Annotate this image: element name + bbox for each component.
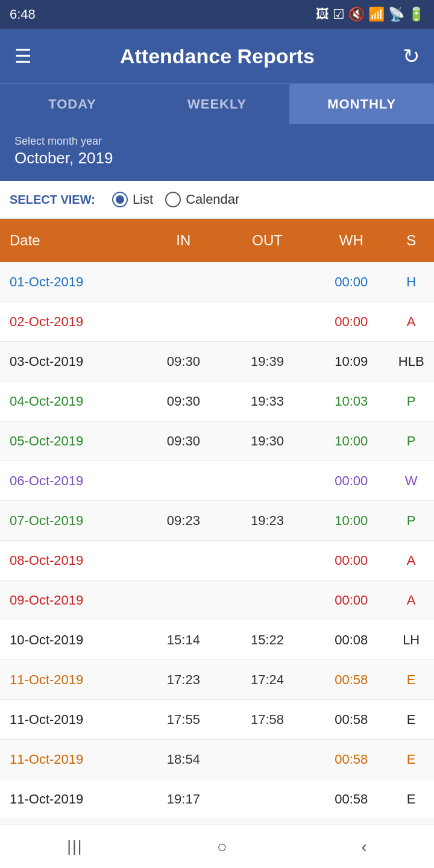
tabs-bar: TODAY WEEKLY MONTHLY: [0, 83, 434, 124]
cell-s: E: [393, 712, 434, 728]
tab-weekly[interactable]: WEEKLY: [145, 84, 289, 124]
cell-wh: 00:58: [309, 791, 393, 807]
cell-s: W: [393, 473, 434, 489]
cell-wh: 00:00: [309, 314, 393, 330]
cell-s: HLB: [393, 354, 434, 370]
cell-out: 19:23: [225, 513, 309, 529]
cell-in: 09:30: [142, 394, 225, 409]
table-row: 07-Oct-2019 09:23 19:23 10:00 P: [0, 501, 434, 541]
cell-wh: 00:00: [309, 553, 393, 568]
signal-icon: 📡: [388, 7, 404, 22]
cell-in: 17:55: [142, 712, 225, 728]
cell-s: E: [393, 752, 434, 767]
table-row: 11-Oct-2019 17:23 17:24 00:58 E: [0, 660, 434, 700]
cell-date: 11-Oct-2019: [0, 712, 142, 728]
cell-s: P: [393, 513, 434, 529]
cell-s: H: [393, 274, 434, 290]
table-row: 11-Oct-2019 18:54 00:58 E: [0, 740, 434, 779]
cell-wh: 00:00: [309, 274, 393, 290]
battery-icon: 🔋: [408, 7, 424, 22]
cell-wh: 10:03: [309, 394, 393, 409]
cell-s: A: [393, 593, 434, 608]
cell-date: 05-Oct-2019: [0, 433, 142, 449]
cell-date: 11-Oct-2019: [0, 752, 142, 767]
view-selector-label: SELECT VIEW:: [10, 193, 95, 207]
cell-date: 07-Oct-2019: [0, 513, 142, 529]
month-selector[interactable]: Select month year October, 2019: [0, 124, 434, 181]
col-header-wh: WH: [309, 232, 393, 249]
status-bar: 6:48 🖼 ☑ 🔇 📶 📡 🔋: [0, 0, 434, 29]
cell-out: 19:30: [225, 433, 309, 449]
table-row: 11-Oct-2019 17:55 17:58 00:58 E: [0, 700, 434, 740]
back-icon[interactable]: ‹: [361, 837, 366, 857]
cell-date: 10-Oct-2019: [0, 632, 142, 648]
table-row: 09-Oct-2019 00:00 A: [0, 580, 434, 620]
cell-date: 01-Oct-2019: [0, 274, 142, 290]
table-row: 04-Oct-2019 09:30 19:33 10:03 P: [0, 382, 434, 421]
table-row: 01-Oct-2019 00:00 H: [0, 262, 434, 302]
cell-in: 17:23: [142, 672, 225, 688]
tab-monthly[interactable]: MONTHLY: [289, 84, 434, 124]
cell-in: 09:23: [142, 513, 225, 529]
cell-s: P: [393, 394, 434, 409]
month-selector-label: Select month year: [14, 135, 420, 148]
cell-date: 06-Oct-2019: [0, 473, 142, 489]
list-label: List: [133, 192, 153, 207]
col-header-in: IN: [142, 232, 225, 249]
app-bar: ☰ Attendance Reports ↻: [0, 29, 434, 83]
list-view-option[interactable]: List: [112, 192, 153, 207]
attendance-table: Date IN OUT WH S 01-Oct-2019 00:00 H 02-…: [0, 219, 434, 868]
cell-in: 09:30: [142, 433, 225, 449]
calendar-radio[interactable]: [165, 192, 181, 207]
refresh-icon[interactable]: ↻: [403, 44, 420, 68]
cell-wh: 10:00: [309, 513, 393, 529]
list-radio[interactable]: [112, 192, 128, 207]
table-row: 03-Oct-2019 09:30 19:39 10:09 HLB: [0, 342, 434, 382]
cell-s: A: [393, 314, 434, 330]
cell-wh: 10:00: [309, 433, 393, 449]
cell-wh: 00:00: [309, 593, 393, 608]
wifi-icon: 📶: [368, 7, 385, 22]
status-icons: 🖼 ☑ 🔇 📶 📡 🔋: [316, 7, 424, 22]
mute-icon: 🔇: [348, 7, 365, 22]
cell-s: A: [393, 553, 434, 568]
bottom-nav: ||| ○ ‹: [0, 825, 434, 868]
cell-wh: 00:58: [309, 672, 393, 688]
table-row: 02-Oct-2019 00:00 A: [0, 302, 434, 342]
check-icon: ☑: [333, 7, 345, 22]
cell-date: 11-Oct-2019: [0, 672, 142, 688]
cell-in: 19:17: [142, 791, 225, 807]
app-title: Attendance Reports: [32, 45, 403, 68]
cell-date: 11-Oct-2019: [0, 791, 142, 807]
cell-date: 02-Oct-2019: [0, 314, 142, 330]
home-nav-icon[interactable]: ○: [217, 837, 227, 857]
view-selector: SELECT VIEW: List Calendar: [0, 181, 434, 219]
cell-s: P: [393, 433, 434, 449]
cell-s: E: [393, 672, 434, 688]
back-nav-icon[interactable]: |||: [67, 837, 83, 856]
col-header-date: Date: [0, 232, 142, 249]
table-row: 10-Oct-2019 15:14 15:22 00:08 LH: [0, 620, 434, 660]
menu-icon[interactable]: ☰: [14, 45, 32, 68]
cell-out: 17:24: [225, 672, 309, 688]
cell-wh: 00:08: [309, 632, 393, 648]
table-header: Date IN OUT WH S: [0, 219, 434, 262]
cell-in: 15:14: [142, 632, 225, 648]
cell-out: 19:39: [225, 354, 309, 370]
cell-in: 18:54: [142, 752, 225, 767]
calendar-view-option[interactable]: Calendar: [165, 192, 239, 207]
cell-s: E: [393, 791, 434, 807]
col-header-out: OUT: [225, 232, 309, 249]
status-time: 6:48: [10, 7, 36, 22]
table-row: 06-Oct-2019 00:00 W: [0, 461, 434, 501]
cell-in: 09:30: [142, 354, 225, 370]
tab-today[interactable]: TODAY: [0, 84, 145, 124]
image-icon: 🖼: [316, 7, 329, 22]
calendar-label: Calendar: [186, 192, 239, 207]
cell-wh: 10:09: [309, 354, 393, 370]
month-selector-value: October, 2019: [14, 149, 420, 168]
cell-out: 15:22: [225, 632, 309, 648]
table-row: 11-Oct-2019 19:17 00:58 E: [0, 779, 434, 819]
cell-out: 17:58: [225, 712, 309, 728]
cell-date: 04-Oct-2019: [0, 394, 142, 409]
